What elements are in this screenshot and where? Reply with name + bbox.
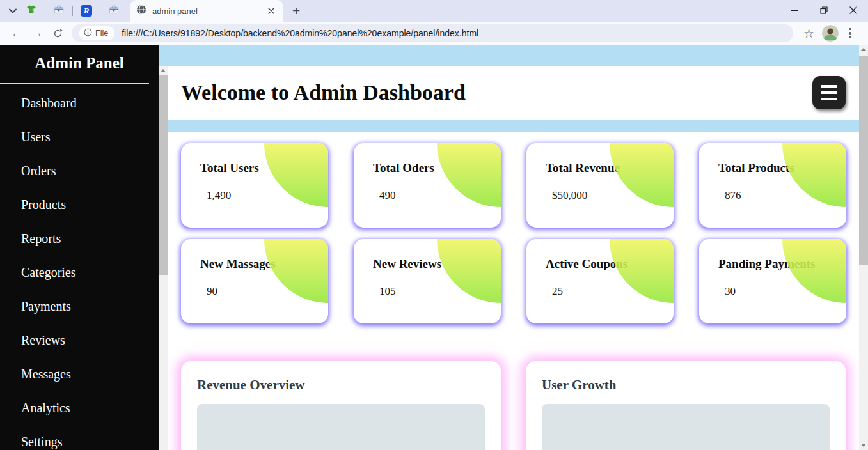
r-logo-icon: R [81, 5, 92, 17]
toolbox-icon [53, 4, 65, 18]
chart-title: User Growth [542, 377, 830, 393]
revenue-chart-placeholder [197, 404, 485, 450]
globe-favicon-icon [136, 4, 146, 17]
forward-icon[interactable]: → [27, 23, 47, 43]
tab-title: admin panel [152, 6, 265, 16]
stat-card-grid: Total Users 1,490 Total Oders 490 Total … [181, 143, 859, 323]
file-chip[interactable]: File [79, 26, 114, 40]
sidebar-title: Admin Panel [0, 45, 159, 72]
file-chip-label: File [95, 29, 108, 38]
window-close-icon[interactable] [839, 0, 868, 20]
chart-card-row: Revenue Overview User Growth [181, 361, 859, 450]
bookmark-star-icon[interactable]: ☆ [803, 26, 814, 41]
chart-title: Revenue Overview [197, 377, 485, 393]
pinned-tab-extension-2[interactable] [103, 0, 125, 22]
page-title: Welcome to Admin Dashboard [181, 81, 812, 105]
sidebar-item-orders[interactable]: Orders [0, 154, 159, 188]
stat-card-total-orders[interactable]: Total Oders 490 [354, 143, 501, 228]
browser-chrome: R admin panel + [0, 0, 868, 45]
stat-card-total-revenue[interactable]: Total Revenue $50,000 [526, 143, 674, 228]
sidebar-item-analytics[interactable]: Analytics [0, 391, 159, 425]
page-scrollbar[interactable] [859, 45, 868, 450]
sidebar-item-products[interactable]: Products [0, 188, 159, 222]
info-icon [84, 28, 92, 38]
reload-icon[interactable] [47, 23, 68, 43]
new-tab-button[interactable]: + [292, 4, 300, 19]
scrollbar-thumb[interactable] [159, 75, 168, 275]
stat-card-new-messages[interactable]: New Massages 90 [181, 239, 328, 323]
active-tab[interactable]: admin panel [130, 0, 283, 22]
sidebar-item-reports[interactable]: Reports [0, 222, 159, 256]
back-icon[interactable]: ← [6, 23, 27, 43]
user-growth-card: User Growth [526, 361, 846, 450]
browser-toolbar: ← → File file:///C:/Users/91892/Desktop/… [0, 22, 868, 45]
url-text[interactable]: file:///C:/Users/91892/Desktop/backend%2… [122, 28, 478, 38]
sidebar-item-users[interactable]: Users [0, 120, 159, 154]
sidebar-item-reviews[interactable]: Reviews [0, 323, 159, 357]
revenue-overview-card: Revenue Overview [181, 361, 501, 450]
stat-card-total-users[interactable]: Total Users 1,490 [181, 143, 328, 228]
sidebar: Admin Panel Dashboard Users Orders Produ… [0, 45, 159, 450]
stat-card-new-reviews[interactable]: New Reviews 105 [354, 239, 501, 323]
pinned-tab-shop[interactable] [20, 0, 42, 22]
tab-separator [72, 6, 73, 16]
tab-close-icon[interactable] [265, 5, 277, 17]
dashboard-header: Welcome to Admin Dashboard [168, 66, 859, 120]
toolbox-icon [108, 4, 120, 18]
address-bar[interactable]: File file:///C:/Users/91892/Desktop/back… [72, 24, 793, 42]
tab-separator [45, 6, 45, 16]
sidebar-item-settings[interactable]: Settings [0, 425, 159, 450]
sidebar-item-payments[interactable]: Payments [0, 290, 159, 323]
sidebar-item-categories[interactable]: Categories [0, 256, 159, 290]
green-shirt-icon [26, 4, 37, 18]
stat-card-total-products[interactable]: Total Products 876 [699, 143, 846, 228]
scroll-down-arrow-icon[interactable] [859, 440, 868, 450]
tab-search-chevron-icon[interactable] [5, 0, 20, 22]
scrollbar-thumb[interactable] [859, 56, 868, 265]
window-controls [780, 0, 868, 22]
browser-menu-icon[interactable] [844, 28, 856, 39]
pinned-tab-r[interactable]: R [75, 0, 97, 22]
scroll-up-arrow-icon[interactable] [159, 66, 168, 75]
sidebar-nav: Dashboard Users Orders Products Reports … [0, 86, 159, 450]
scroll-up-arrow-icon[interactable] [859, 45, 868, 54]
hamburger-menu-button[interactable] [812, 76, 846, 109]
content-scrollbar[interactable] [159, 66, 168, 450]
window-minimize-icon[interactable] [780, 0, 809, 20]
sidebar-item-dashboard[interactable]: Dashboard [0, 86, 159, 120]
pinned-tab-extension-1[interactable] [48, 0, 70, 22]
tab-separator [100, 6, 100, 16]
sidebar-item-messages[interactable]: Messages [0, 357, 159, 391]
stat-card-active-coupons[interactable]: Active Coupons 25 [526, 239, 674, 323]
hamburger-bar [821, 85, 837, 88]
stat-card-pending-payments[interactable]: Panding Payments 30 [699, 239, 846, 323]
hamburger-bar [821, 91, 837, 94]
sidebar-divider [0, 83, 149, 84]
user-growth-chart-placeholder [542, 404, 830, 450]
window-restore-icon[interactable] [809, 0, 839, 20]
main-area: Welcome to Admin Dashboard Total Users 1… [159, 45, 859, 450]
tab-strip: R admin panel + [0, 0, 868, 22]
profile-avatar[interactable] [822, 25, 839, 42]
dashboard-content: Total Users 1,490 Total Oders 490 Total … [168, 132, 859, 450]
hamburger-bar [821, 98, 837, 100]
